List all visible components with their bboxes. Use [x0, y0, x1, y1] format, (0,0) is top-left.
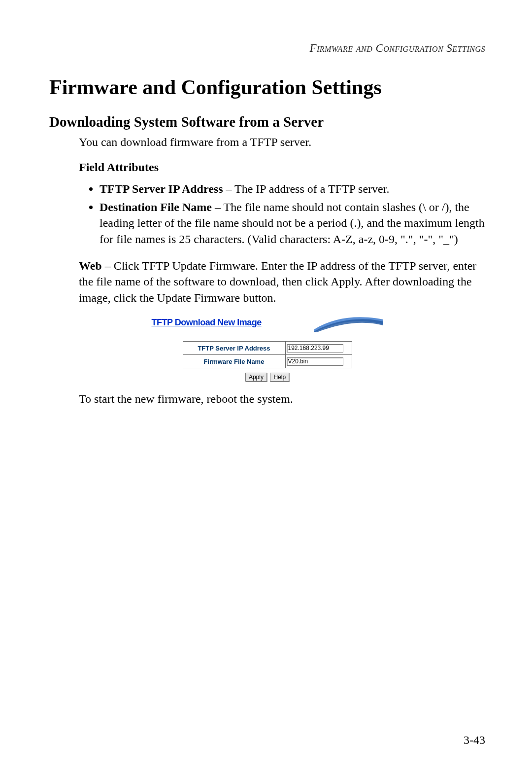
ui-form-table: TFTP Server IP Address Firmware File Nam…	[183, 341, 352, 368]
intro-paragraph: You can download firmware from a TFTP se…	[79, 134, 485, 150]
field-attributes-heading: Field Attributes	[79, 161, 485, 174]
embedded-ui-screenshot: TFTP Download New Image TFTP Server IP A…	[152, 315, 383, 382]
list-item: TFTP Server IP Address – The IP address …	[100, 181, 485, 197]
help-button[interactable]: Help	[270, 373, 289, 382]
input-cell	[285, 355, 352, 368]
web-text: – Click TFTP Update Firmware. Enter the …	[79, 259, 476, 304]
after-screenshot-paragraph: To start the new firmware, reboot the sy…	[79, 392, 485, 406]
section-title: Downloading System Software from a Serve…	[49, 114, 485, 130]
field-label: Firmware File Name	[183, 355, 285, 368]
attr-desc: – The IP address of a TFTP server.	[223, 182, 389, 195]
ui-panel-title: TFTP Download New Image	[152, 315, 262, 329]
list-item: Destination File Name – The file name sh…	[100, 199, 485, 247]
attr-label: Destination File Name	[100, 201, 212, 213]
field-label: TFTP Server IP Address	[183, 342, 285, 355]
tftp-server-ip-input[interactable]	[287, 344, 343, 352]
web-label: Web	[79, 259, 102, 272]
attribute-list: TFTP Server IP Address – The IP address …	[79, 181, 485, 247]
page-number: 3-43	[464, 734, 485, 747]
firmware-file-name-input[interactable]	[287, 357, 343, 366]
logo-swoosh-icon	[314, 315, 383, 332]
input-cell	[285, 342, 352, 355]
apply-button[interactable]: Apply	[245, 373, 267, 382]
table-row: Firmware File Name	[183, 355, 352, 368]
running-head: Firmware and Configuration Settings	[49, 42, 485, 55]
table-row: TFTP Server IP Address	[183, 342, 352, 355]
web-paragraph: Web – Click TFTP Update Firmware. Enter …	[79, 258, 485, 306]
attr-label: TFTP Server IP Address	[100, 182, 223, 195]
page-title: Firmware and Configuration Settings	[49, 75, 485, 99]
